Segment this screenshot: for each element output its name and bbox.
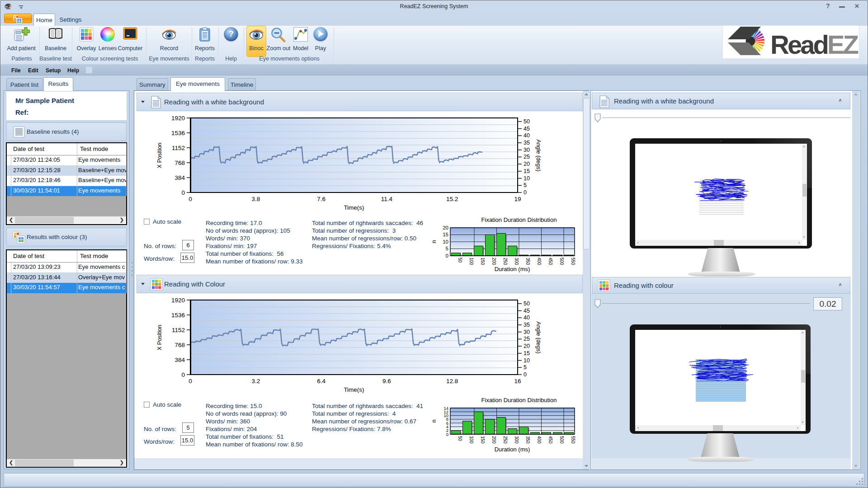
svg-text:35: 35 (524, 140, 530, 146)
svg-text:16: 16 (514, 378, 521, 385)
svg-text:150: 150 (480, 436, 485, 444)
svg-text:100: 100 (469, 436, 474, 444)
svg-text:450: 450 (548, 258, 553, 265)
svg-text:100: 100 (469, 258, 474, 265)
svg-text:15: 15 (443, 232, 448, 237)
svg-text:0: 0 (189, 196, 192, 202)
svg-text:n: n (432, 240, 437, 244)
svg-text:1152: 1152 (172, 145, 185, 151)
svg-text:350: 350 (525, 258, 530, 265)
svg-text:200: 200 (491, 436, 496, 444)
svg-text:384: 384 (175, 357, 185, 363)
svg-text:6.4: 6.4 (317, 378, 326, 385)
svg-text:550: 550 (571, 258, 576, 265)
svg-text:350: 350 (525, 436, 530, 444)
svg-text:0: 0 (189, 378, 192, 385)
svg-text:20: 20 (524, 161, 530, 167)
svg-text:20: 20 (524, 343, 530, 349)
svg-text:15.2: 15.2 (446, 196, 458, 202)
svg-text:50: 50 (458, 258, 462, 263)
svg-text:1536: 1536 (171, 312, 185, 319)
svg-text:11.4: 11.4 (381, 196, 393, 202)
svg-text:n: n (432, 420, 437, 423)
svg-text:Duration (ms): Duration (ms) (495, 266, 530, 272)
svg-text:30: 30 (524, 147, 530, 153)
svg-text:10: 10 (443, 239, 448, 244)
svg-text:Angle (degs): Angle (degs) (535, 140, 542, 172)
svg-text:300: 300 (514, 258, 519, 265)
svg-text:Time(s): Time(s) (344, 386, 364, 393)
svg-text:0: 0 (524, 371, 527, 378)
svg-text:1920: 1920 (171, 115, 185, 122)
svg-text:550: 550 (571, 436, 576, 444)
svg-text:45: 45 (524, 126, 530, 132)
svg-text:12.8: 12.8 (446, 378, 458, 385)
svg-text:768: 768 (175, 160, 185, 166)
svg-text:Fixation Duration Distribution: Fixation Duration Distribution (481, 216, 557, 223)
svg-text:9.6: 9.6 (382, 378, 391, 385)
svg-text:384: 384 (175, 174, 185, 181)
svg-text:30: 30 (524, 329, 530, 335)
svg-text:1152: 1152 (172, 327, 185, 333)
svg-text:250: 250 (503, 436, 508, 444)
svg-text:500: 500 (559, 258, 564, 265)
svg-text:50: 50 (524, 118, 530, 125)
svg-text:45: 45 (524, 308, 530, 314)
svg-text:1920: 1920 (171, 297, 185, 304)
svg-text:5: 5 (524, 364, 527, 371)
svg-text:Duration (ms): Duration (ms) (495, 446, 530, 453)
svg-text:0: 0 (524, 189, 527, 196)
svg-text:15: 15 (524, 350, 530, 357)
svg-text:Angle (degs): Angle (degs) (535, 322, 542, 354)
svg-text:0: 0 (181, 371, 185, 378)
svg-text:10: 10 (524, 357, 530, 364)
svg-text:19: 19 (514, 196, 521, 202)
svg-text:5: 5 (446, 246, 448, 251)
svg-text:0: 0 (446, 253, 448, 258)
svg-text:40: 40 (524, 132, 530, 139)
svg-text:5: 5 (524, 182, 527, 188)
svg-text:50: 50 (524, 300, 530, 307)
svg-text:7.6: 7.6 (317, 196, 326, 202)
svg-text:400: 400 (537, 258, 542, 265)
svg-text:40: 40 (524, 314, 530, 321)
svg-text:20: 20 (443, 225, 448, 230)
svg-text:35: 35 (524, 322, 530, 328)
svg-text:0: 0 (446, 432, 448, 437)
svg-text:25: 25 (524, 154, 530, 160)
svg-text:0: 0 (181, 189, 185, 196)
svg-text:Fixation Duration Distribution: Fixation Duration Distribution (481, 397, 557, 404)
svg-text:300: 300 (514, 436, 519, 444)
svg-text:Time(s): Time(s) (344, 204, 364, 211)
svg-text:3.8: 3.8 (251, 196, 260, 202)
svg-text:1536: 1536 (171, 130, 185, 136)
svg-text:X Position: X Position (156, 143, 163, 168)
svg-text:400: 400 (537, 436, 542, 444)
svg-text:25: 25 (524, 336, 530, 342)
svg-text:3.2: 3.2 (251, 378, 260, 385)
svg-text:500: 500 (559, 436, 564, 444)
svg-text:10: 10 (524, 175, 530, 182)
svg-text:50: 50 (458, 436, 462, 441)
svg-text:15: 15 (524, 168, 530, 174)
svg-text:200: 200 (491, 258, 496, 265)
svg-text:X Position: X Position (156, 325, 163, 350)
svg-text:250: 250 (503, 258, 508, 265)
svg-text:150: 150 (480, 258, 485, 265)
svg-text:450: 450 (548, 436, 553, 444)
svg-text:768: 768 (175, 342, 185, 348)
